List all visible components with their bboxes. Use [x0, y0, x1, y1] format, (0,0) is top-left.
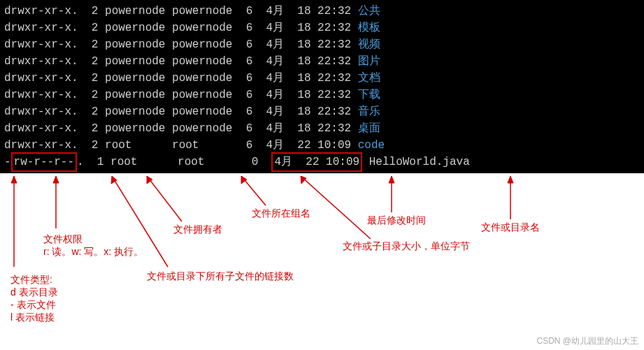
date-box: 4月 22 10:09: [271, 152, 362, 172]
svg-line-10: [301, 176, 371, 239]
ls-row: drwxr-xr-x. 2 powernode powernode 6 4月 1…: [4, 70, 640, 87]
ls-row: drwxr-xr-x. 2 powernode powernode 6 4月 1…: [4, 3, 640, 20]
file-name: code: [358, 139, 385, 152]
ls-row: drwxr-xr-x. 2 powernode powernode 6 4月 1…: [4, 53, 640, 70]
annotation-file-type: 文件类型: d 表示目录 - 表示文件 l 表示链接: [10, 274, 58, 324]
file-name: 公共: [358, 5, 380, 17]
terminal-output: drwxr-xr-x. 2 powernode powernode 6 4月 1…: [0, 0, 644, 173]
file-name: 桌面: [358, 122, 380, 135]
svg-marker-13: [389, 176, 394, 183]
file-name: 模板: [358, 22, 380, 34]
file-name: 文档: [358, 72, 380, 85]
annotation-layer: 文件类型: d 表示目录 - 表示文件 l 表示链接 文件权限 r: 读。w: …: [0, 176, 644, 350]
file-name: 视频: [358, 38, 380, 51]
annotation-owner: 文件拥有者: [173, 224, 222, 236]
ls-row: drwxr-xr-x. 2 powernode powernode 6 4月 1…: [4, 120, 640, 137]
perm-box: rw-r--r--: [11, 152, 77, 172]
ls-row: drwxr-xr-x. 2 powernode powernode 6 4月 1…: [4, 87, 640, 103]
file-name: 图片: [358, 55, 380, 68]
annotation-link-count: 文件或目录下所有子文件的链接数: [147, 270, 294, 283]
ls-row: drwxr-xr-x. 2 powernode powernode 6 4月 1…: [4, 36, 640, 53]
svg-marker-1: [11, 176, 17, 183]
annotation-name: 文件或目录名: [481, 221, 540, 234]
svg-marker-15: [508, 176, 513, 183]
ls-row: drwxr-xr-x. 2 powernode powernode 6 4月 1…: [4, 20, 640, 36]
annotation-size: 文件或子目录大小，单位字节: [343, 240, 470, 253]
svg-marker-9: [241, 176, 247, 184]
ls-row: drwxr-xr-x. 2 root root 6 4月 22 10:09 co…: [4, 137, 640, 154]
ls-row: drwxr-xr-x. 2 powernode powernode 6 4月 1…: [4, 103, 640, 120]
ls-row-highlighted: -rw-r--r--. 1 root root 0 4月 22 10:09 He…: [4, 154, 640, 170]
svg-line-6: [147, 176, 182, 221]
file-type-char: -: [4, 156, 11, 168]
annotation-mtime: 最后修改时间: [367, 214, 426, 227]
watermark: CSDN @幼儿园里的山大王: [536, 335, 638, 347]
file-name: HelloWorld.java: [369, 156, 470, 168]
file-name: 下载: [358, 89, 380, 101]
file-name: 音乐: [358, 105, 380, 118]
svg-marker-3: [53, 176, 59, 183]
